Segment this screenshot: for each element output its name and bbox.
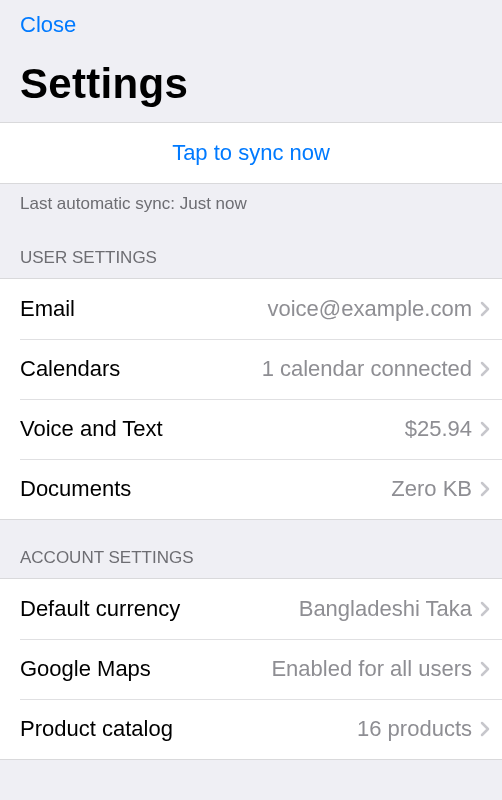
close-button[interactable]: Close [20,12,76,38]
section-header-account: Account Settings [0,520,502,578]
account-settings-list: Default currency Bangladeshi Taka Google… [0,578,502,760]
row-default-currency[interactable]: Default currency Bangladeshi Taka [0,579,502,639]
sync-now-button[interactable]: Tap to sync now [172,140,330,166]
row-documents[interactable]: Documents Zero KB [0,459,502,519]
row-voice-and-text[interactable]: Voice and Text $25.94 [0,399,502,459]
page-header: Close Settings [0,0,502,122]
row-google-maps[interactable]: Google Maps Enabled for all users [0,639,502,699]
row-label: Voice and Text [20,416,163,442]
row-value: Zero KB [131,476,480,502]
row-calendars[interactable]: Calendars 1 calendar connected [0,339,502,399]
row-value: Bangladeshi Taka [180,596,480,622]
row-label: Google Maps [20,656,151,682]
page-title: Settings [20,60,482,108]
row-label: Calendars [20,356,120,382]
chevron-right-icon [480,481,490,497]
sync-status: Last automatic sync: Just now [0,184,502,220]
row-value: Enabled for all users [151,656,480,682]
row-value: 1 calendar connected [120,356,480,382]
row-email[interactable]: Email voice@example.com [0,279,502,339]
chevron-right-icon [480,601,490,617]
row-label: Email [20,296,75,322]
row-label: Product catalog [20,716,173,742]
chevron-right-icon [480,661,490,677]
chevron-right-icon [480,421,490,437]
row-value: 16 products [173,716,480,742]
row-label: Default currency [20,596,180,622]
chevron-right-icon [480,361,490,377]
row-label: Documents [20,476,131,502]
user-settings-list: Email voice@example.com Calendars 1 cale… [0,278,502,520]
row-product-catalog[interactable]: Product catalog 16 products [0,699,502,759]
row-value: voice@example.com [75,296,480,322]
chevron-right-icon [480,301,490,317]
sync-row[interactable]: Tap to sync now [0,122,502,184]
row-value: $25.94 [163,416,480,442]
chevron-right-icon [480,721,490,737]
section-header-user: User Settings [0,220,502,278]
